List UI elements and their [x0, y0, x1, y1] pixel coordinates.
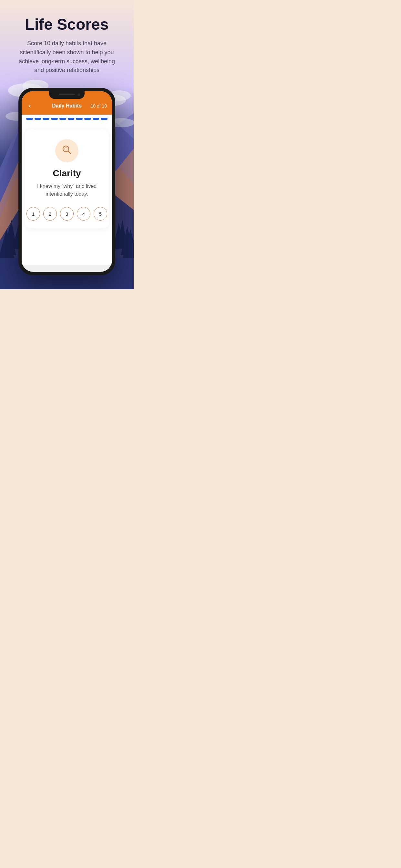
phone-inner: ‹ Daily Habits 10 of 10	[22, 91, 112, 272]
card-area: Clarity I knew my “why” and lived intent…	[22, 123, 112, 259]
habit-description: I knew my “why” and lived intentionally …	[31, 182, 102, 198]
notch-camera	[78, 93, 80, 96]
progress-dot-6	[68, 118, 74, 120]
phone-notch	[49, 91, 85, 99]
back-button[interactable]: ‹	[27, 101, 33, 110]
score-button-2[interactable]: 2	[43, 207, 57, 221]
habit-icon	[61, 144, 73, 158]
page-wrapper: Life Scores Score 10 daily habits that h…	[0, 0, 134, 289]
phone-mockup: ‹ Daily Habits 10 of 10	[0, 88, 134, 275]
hero-section: Life Scores Score 10 daily habits that h…	[0, 0, 134, 82]
progress-dot-1	[26, 118, 33, 120]
svg-line-22	[68, 151, 71, 154]
progress-dot-8	[84, 118, 91, 120]
page-title: Life Scores	[10, 16, 124, 33]
habit-card: Clarity I knew my “why” and lived intent…	[25, 129, 109, 228]
score-buttons-group: 1 2 3 4 5	[27, 207, 107, 221]
progress-bar	[22, 115, 112, 123]
score-button-3[interactable]: 3	[60, 207, 73, 221]
phone-outer: ‹ Daily Habits 10 of 10	[19, 88, 115, 275]
progress-dot-10	[101, 118, 107, 120]
progress-dot-9	[93, 118, 99, 120]
header-count: 10 of 10	[90, 103, 107, 108]
notch-speaker	[59, 94, 75, 95]
score-button-4[interactable]: 4	[77, 207, 90, 221]
svg-point-23	[65, 148, 67, 150]
header-title: Daily Habits	[52, 103, 82, 109]
score-button-5[interactable]: 5	[94, 207, 107, 221]
progress-dot-2	[35, 118, 41, 120]
progress-dot-5	[59, 118, 66, 120]
phone-home-indicator	[22, 259, 112, 265]
habit-icon-container	[55, 139, 79, 162]
progress-dot-3	[42, 118, 50, 120]
score-button-1[interactable]: 1	[27, 207, 40, 221]
habit-name: Clarity	[53, 168, 81, 179]
page-subtitle: Score 10 daily habits that have scientif…	[15, 39, 119, 75]
progress-dot-7	[76, 118, 83, 120]
progress-dot-4	[51, 118, 58, 120]
